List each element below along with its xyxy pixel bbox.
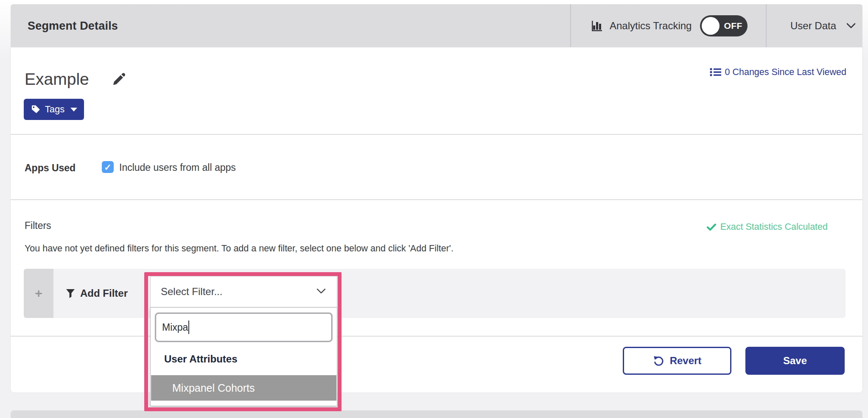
segment-name: Example: [25, 68, 89, 91]
revert-button-label: Revert: [670, 355, 702, 367]
option-label: Mixpanel Cohorts: [172, 382, 255, 394]
changes-list-icon: [710, 67, 721, 77]
segment-card: [11, 47, 862, 393]
text-cursor: [188, 320, 189, 334]
analytics-tracking-toggle[interactable]: OFF: [700, 15, 748, 36]
dropdown-option-mixpanel-cohorts[interactable]: Mixpanel Cohorts: [151, 375, 336, 401]
revert-button[interactable]: Revert: [623, 347, 731, 375]
check-icon: ✓: [104, 163, 112, 172]
include-all-apps-label: Include users from all apps: [119, 162, 236, 173]
plus-icon: +: [35, 286, 42, 301]
header-divider: [570, 4, 571, 47]
toggle-state-label: OFF: [724, 15, 742, 36]
header-divider: [766, 4, 767, 47]
filters-description: You have not yet defined filters for thi…: [25, 243, 454, 254]
undo-icon: [653, 355, 664, 366]
section-divider: [11, 134, 862, 135]
add-filter-plus-button[interactable]: +: [24, 269, 53, 318]
exact-statistics-label: Exact Statistics Calculated: [720, 222, 828, 232]
page-title: Segment Details: [28, 4, 118, 47]
exact-statistics-status: Exact Statistics Calculated: [707, 222, 828, 232]
section-divider: [11, 336, 862, 337]
section-divider: [11, 199, 862, 200]
include-all-apps-checkbox[interactable]: ✓: [102, 161, 114, 173]
add-filter-row: [24, 269, 846, 318]
save-button-label: Save: [783, 355, 807, 367]
user-data-dropdown[interactable]: User Data: [790, 4, 856, 47]
chevron-down-icon: [316, 288, 326, 294]
add-filter-label: Add Filter: [80, 287, 128, 299]
analytics-tracking-control: Analytics Tracking OFF: [591, 4, 748, 47]
select-filter-placeholder: Select Filter...: [161, 286, 222, 298]
filter-dropdown-panel: Mixpa User Attributes Mixpanel Cohorts: [150, 307, 337, 406]
toggle-knob: [702, 17, 720, 35]
changes-link-label: 0 Changes Since Last Viewed: [725, 67, 846, 78]
page-header: Segment Details Analytics Tracking OFF U…: [11, 4, 862, 47]
user-data-label: User Data: [790, 20, 836, 32]
search-input-value: Mixpa: [162, 322, 188, 333]
save-button[interactable]: Save: [745, 347, 845, 375]
filter-search-input[interactable]: Mixpa: [155, 313, 332, 342]
funnel-icon: [66, 288, 75, 298]
apps-used-label: Apps Used: [25, 162, 76, 174]
chevron-down-icon: [846, 23, 856, 29]
segment-details-page: Segment Details Analytics Tracking OFF U…: [0, 0, 868, 418]
check-icon: [707, 223, 716, 231]
changes-since-last-viewed-link[interactable]: 0 Changes Since Last Viewed: [710, 65, 846, 79]
tags-button[interactable]: Tags: [24, 99, 84, 120]
select-filter-dropdown[interactable]: Select Filter...: [150, 276, 337, 307]
tag-icon: [31, 104, 41, 114]
filters-label: Filters: [25, 220, 51, 231]
edit-pencil-icon[interactable]: [111, 72, 126, 86]
next-panel-edge: [11, 410, 862, 418]
dropdown-group-header: User Attributes: [164, 353, 237, 365]
caret-down-icon: [70, 108, 77, 111]
analytics-tracking-label: Analytics Tracking: [610, 20, 692, 32]
bar-chart-icon: [591, 20, 604, 32]
tags-button-label: Tags: [45, 104, 64, 115]
add-filter-control[interactable]: Add Filter: [66, 269, 128, 318]
